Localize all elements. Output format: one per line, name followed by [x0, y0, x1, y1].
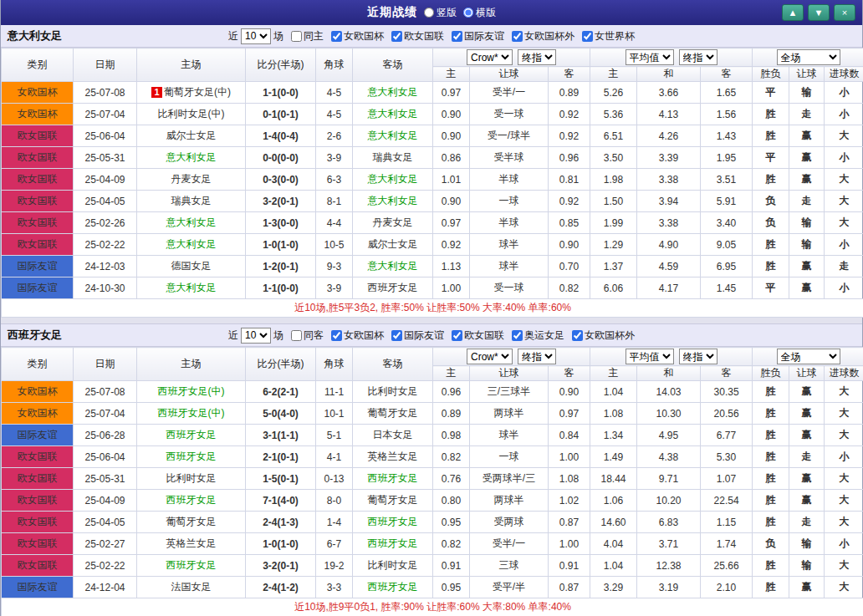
away-team[interactable]: 日本女足	[353, 425, 433, 446]
match-count-select[interactable]: 10	[241, 328, 271, 344]
move-down-button[interactable]: ▼	[808, 4, 830, 21]
odds-stage-select[interactable]: 终指	[518, 349, 556, 364]
away-team[interactable]: 葡萄牙女足	[353, 490, 433, 512]
home-team[interactable]: 英格兰女足	[137, 533, 246, 555]
average-select[interactable]: 平均值	[626, 349, 674, 364]
away-team[interactable]: 西班牙女足	[353, 512, 433, 533]
checkbox-input[interactable]	[512, 330, 523, 341]
filter-checkbox[interactable]: 女欧国杯外	[512, 29, 574, 43]
home-team[interactable]: 葡萄牙女足	[137, 512, 246, 533]
away-team[interactable]: 意大利女足	[353, 169, 433, 191]
close-button[interactable]: ×	[834, 4, 855, 21]
checkbox-input[interactable]	[291, 330, 302, 341]
away-team[interactable]: 意大利女足	[353, 104, 433, 125]
horizontal-layout-radio[interactable]	[463, 8, 473, 18]
checkbox-input[interactable]	[331, 31, 342, 42]
checkbox-input[interactable]	[452, 330, 462, 341]
odds-stage-select[interactable]: 终指	[518, 49, 556, 65]
away-odds: 0.96	[549, 147, 590, 169]
move-up-button[interactable]: ▲	[782, 4, 804, 21]
away-team[interactable]: 西班牙女足	[353, 533, 433, 555]
filter-checkbox[interactable]: 欧女国联	[452, 328, 504, 343]
avg-draw-odds: 14.03	[637, 381, 701, 403]
match-date: 25-02-22	[74, 234, 137, 256]
filter-bar: 近10场同主女欧国杯欧女国联国际友谊女欧国杯外女世界杯	[228, 28, 635, 44]
home-team[interactable]: 意大利女足	[137, 234, 246, 256]
home-team[interactable]: 比利时女足(中)	[137, 104, 246, 125]
avg-draw-odds: 9.71	[637, 468, 701, 490]
checkbox-input[interactable]	[572, 330, 583, 341]
filter-checkbox[interactable]: 欧女国联	[391, 29, 444, 43]
away-team[interactable]: 比利时女足	[353, 555, 433, 577]
checkbox-label: 女世界杯	[595, 29, 635, 43]
filter-checkbox[interactable]: 奥运女足	[512, 328, 564, 343]
filter-checkbox[interactable]: 女世界杯	[582, 29, 635, 43]
home-team[interactable]: 西班牙女足(中)	[137, 403, 246, 425]
home-team[interactable]: 西班牙女足(中)	[137, 381, 246, 403]
away-team[interactable]: 意大利女足	[353, 125, 433, 147]
away-team[interactable]: 瑞典女足	[353, 147, 433, 169]
filter-checkbox[interactable]: 女欧国杯外	[572, 328, 635, 343]
bookmaker-select[interactable]: Crow*	[467, 349, 513, 364]
result-goals: 大	[825, 381, 863, 403]
column-header: 角球	[316, 348, 353, 381]
filter-checkbox[interactable]: 国际友谊	[452, 29, 504, 43]
away-team[interactable]: 比利时女足	[353, 381, 433, 403]
sub-column-header: 让球	[470, 67, 549, 82]
checkbox-input[interactable]	[452, 31, 462, 42]
home-team[interactable]: 1葡萄牙女足(中)	[137, 82, 246, 104]
checkbox-input[interactable]	[331, 330, 342, 341]
away-team[interactable]: 丹麦女足	[353, 212, 433, 234]
away-team[interactable]: 西班牙女足	[353, 577, 433, 598]
filter-checkbox[interactable]: 同客	[291, 328, 324, 343]
match-count-select[interactable]: 10	[241, 28, 271, 44]
home-team[interactable]: 瑞典女足	[137, 191, 246, 212]
away-team[interactable]: 威尔士女足	[353, 234, 433, 256]
home-team[interactable]: 比利时女足	[137, 468, 246, 490]
league-badge: 女欧国杯	[2, 403, 74, 425]
avg-stage-select[interactable]: 终指	[679, 49, 717, 65]
away-team[interactable]: 意大利女足	[353, 256, 433, 277]
vertical-layout-radio[interactable]	[424, 8, 434, 18]
filter-checkbox[interactable]: 女欧国杯	[331, 29, 384, 43]
home-team[interactable]: 西班牙女足	[137, 425, 246, 446]
scope-select[interactable]: 全场	[777, 349, 840, 364]
home-team[interactable]: 德国女足	[137, 256, 246, 277]
result-outcome: 胜	[753, 403, 789, 425]
avg-away-odds: 6.77	[701, 425, 753, 446]
home-team[interactable]: 丹麦女足	[137, 169, 246, 191]
layout-option-vertical[interactable]: 竖版	[424, 6, 457, 20]
away-team[interactable]: 意大利女足	[353, 82, 433, 104]
home-team[interactable]: 西班牙女足	[137, 446, 246, 468]
filter-checkbox[interactable]: 同主	[291, 29, 324, 43]
layout-option-horizontal[interactable]: 横版	[463, 6, 496, 20]
away-team[interactable]: 西班牙女足	[353, 468, 433, 490]
checkbox-input[interactable]	[291, 31, 302, 42]
down-icon: ▼	[814, 8, 824, 18]
checkbox-label: 国际友谊	[464, 29, 504, 43]
checkbox-input[interactable]	[391, 330, 402, 341]
scope-select[interactable]: 全场	[777, 49, 840, 65]
result-outcome: 平	[753, 147, 789, 169]
result-goals: 大	[825, 468, 863, 490]
home-team[interactable]: 意大利女足	[137, 212, 246, 234]
away-team[interactable]: 西班牙女足	[353, 277, 433, 299]
checkbox-input[interactable]	[512, 31, 523, 42]
checkbox-input[interactable]	[582, 31, 593, 42]
home-team[interactable]: 威尔士女足	[137, 125, 246, 147]
bookmaker-select[interactable]: Crow*	[467, 49, 513, 65]
home-team[interactable]: 西班牙女足	[137, 555, 246, 577]
away-team[interactable]: 英格兰女足	[353, 446, 433, 468]
away-team[interactable]: 意大利女足	[353, 191, 433, 212]
home-team[interactable]: 意大利女足	[137, 277, 246, 299]
home-team[interactable]: 意大利女足	[137, 147, 246, 169]
summary-text: 近10场,胜5平3负2, 胜率:50% 让胜率:50% 大率:40% 单率:60…	[2, 299, 863, 318]
checkbox-input[interactable]	[391, 31, 402, 42]
home-team[interactable]: 法国女足	[137, 577, 246, 598]
avg-stage-select[interactable]: 终指	[679, 349, 717, 364]
home-team[interactable]: 西班牙女足	[137, 490, 246, 512]
filter-checkbox[interactable]: 国际友谊	[391, 328, 444, 343]
filter-checkbox[interactable]: 女欧国杯	[331, 328, 384, 343]
average-select[interactable]: 平均值	[626, 49, 674, 65]
away-team[interactable]: 葡萄牙女足	[353, 403, 433, 425]
